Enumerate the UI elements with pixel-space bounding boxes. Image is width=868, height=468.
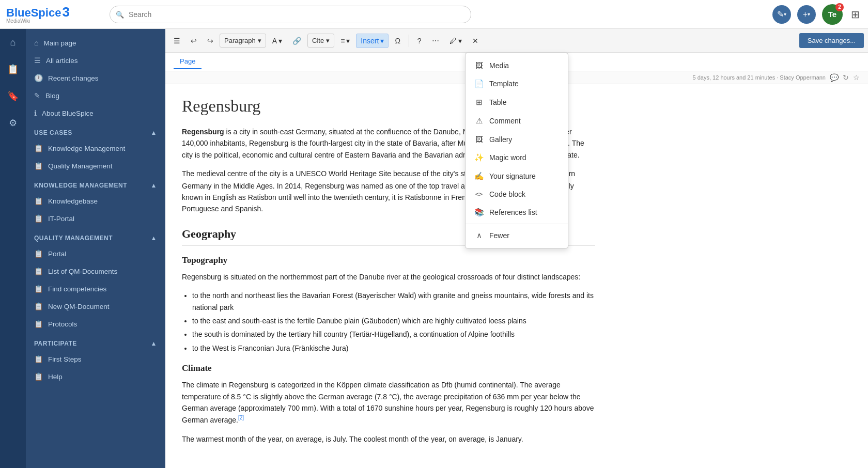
sidebar-item-help[interactable]: 📋 Help: [26, 368, 165, 385]
sidebar-item-label-km: Knowledge Management: [48, 145, 125, 152]
insert-menu-item-template[interactable]: 📄 Template: [466, 74, 568, 93]
sidebar-section-use-cases-label: Use Cases: [34, 129, 72, 136]
sidebar-section-participate[interactable]: Participate ▲: [26, 333, 165, 350]
highlight-btn[interactable]: 🖊 ▾: [445, 34, 466, 48]
add-btn[interactable]: + ▾: [797, 5, 816, 24]
insert-menu-item-references[interactable]: 📚 References list: [466, 203, 568, 222]
save-button[interactable]: Save changes...: [799, 33, 864, 48]
sidebar-section-use-cases[interactable]: Use Cases ▲: [26, 122, 165, 139]
home-icon: ⌂: [34, 39, 38, 47]
sidebar-item-it-portal[interactable]: 📋 IT-Portal: [26, 210, 165, 227]
tab-page[interactable]: Page: [174, 54, 202, 69]
sidebar-settings-icon[interactable]: ⚙: [6, 114, 20, 132]
insert-menu-label-table: Table: [489, 98, 506, 106]
toolbar-area: ☰ ↩ ↪ Paragraph ▾ A ▾ 🔗: [165, 29, 868, 53]
doc-icon-kb: 📋: [34, 197, 43, 205]
logo: BlueSpice 3 MediaWiki: [6, 5, 99, 24]
chevron-down-icon-2: ▾: [808, 11, 810, 17]
sidebar-section-km[interactable]: Knowledge Management ▲: [26, 175, 165, 192]
insert-menu-label-media: Media: [489, 61, 509, 70]
main-layout: ⌂ 📋 🔖 ⚙ ⌂ Main page ☰ All articles 🕐 Rec…: [0, 29, 868, 468]
sidebar-item-main-page[interactable]: ⌂ Main page: [26, 34, 165, 52]
insert-menu-item-magic-word[interactable]: ✨ Magic word: [466, 148, 568, 167]
sidebar-section-qm-label: Quality Management: [34, 235, 113, 242]
sidebar-item-all-articles[interactable]: ☰ All articles: [26, 52, 165, 69]
sidebar-docs-icon[interactable]: 📋: [4, 60, 22, 78]
edit-icon-btn[interactable]: ✎ ▾: [772, 5, 791, 24]
sidebar-item-new-qm-doc[interactable]: 📋 New QM-Document: [26, 298, 165, 315]
special-char-btn[interactable]: Ω: [391, 34, 404, 48]
sidebar-item-knowledgebase[interactable]: 📋 Knowledgebase: [26, 192, 165, 210]
sidebar-home-icon[interactable]: ⌂: [7, 34, 19, 51]
insert-menu-label-magic-word: Magic word: [489, 153, 526, 162]
doc-icon-it: 📋: [34, 214, 43, 223]
info-icon: ℹ: [34, 109, 37, 117]
sidebar-section-qm[interactable]: Quality Management ▲: [26, 227, 165, 245]
font-icon: A: [272, 37, 277, 45]
insert-dropdown-menu: 🖼 Media 📄 Template ⊞ Table ⚠ Comment 🖼: [465, 53, 568, 248]
cite-dropdown[interactable]: Cite ▾: [307, 34, 334, 48]
insert-dropdown-separator: [466, 224, 568, 224]
user-avatar[interactable]: Te 2: [822, 4, 843, 25]
sidebar-item-portal[interactable]: 📋 Portal: [26, 245, 165, 262]
topography-heading: Topography: [182, 253, 595, 267]
sidebar-item-label-qm-uc: Quality Management: [48, 162, 113, 170]
comment-meta-icon[interactable]: 💬: [830, 73, 839, 82]
star-meta-icon[interactable]: ☆: [853, 73, 860, 82]
doc-icon-new: 📋: [34, 302, 43, 310]
undo-btn[interactable]: ↩: [187, 34, 201, 48]
insert-menu-item-code-block[interactable]: <> Code block: [466, 185, 568, 203]
more-btn[interactable]: ⋯: [428, 34, 443, 48]
doc-icon-km: 📋: [34, 144, 43, 152]
clock-icon: 🕐: [34, 74, 43, 82]
insert-menu-item-table[interactable]: ⊞ Table: [466, 93, 568, 112]
sidebar-item-about[interactable]: ℹ About BlueSpice: [26, 104, 165, 122]
cite-label: Cite: [312, 37, 324, 44]
insert-menu-item-media[interactable]: 🖼 Media: [466, 56, 568, 74]
topography-intro: Regensburg is situated on the northernmo…: [182, 271, 595, 283]
close-btn[interactable]: ✕: [468, 34, 483, 48]
sidebar-item-blog[interactable]: ✎ Blog: [26, 87, 165, 104]
insert-menu-item-comment[interactable]: ⚠ Comment: [466, 112, 568, 130]
insert-menu-item-signature[interactable]: ✍ Your signature: [466, 167, 568, 185]
history-meta-icon[interactable]: ↻: [843, 73, 849, 82]
sidebar-item-quality-management-uc[interactable]: 📋 Quality Management: [26, 157, 165, 175]
table-icon: ⊞: [474, 98, 484, 107]
sidebar-nav: ⌂ Main page ☰ All articles 🕐 Recent chan…: [26, 29, 165, 468]
notification-badge: 2: [835, 3, 844, 11]
topography-list: to the north and northeast lies the Bava…: [182, 290, 595, 354]
paragraph-dropdown[interactable]: Paragraph ▾: [220, 34, 266, 48]
sidebar-item-first-steps[interactable]: 📋 First Steps: [26, 350, 165, 368]
logo-bluespace: BlueSpice: [6, 7, 61, 19]
doc-icon-qm-docs: 📋: [34, 267, 43, 275]
more-icon: ⋯: [432, 37, 439, 45]
sidebar-item-qm-documents[interactable]: 📋 List of QM-Documents: [26, 262, 165, 280]
insert-menu-label-fewer: Fewer: [489, 231, 509, 240]
comment-icon: ⚠: [474, 116, 484, 126]
help-btn[interactable]: ?: [413, 34, 426, 48]
sidebar-icon-strip: ⌂ 📋 🔖 ⚙: [0, 29, 26, 468]
insert-menu-item-gallery[interactable]: 🖼 Gallery: [466, 130, 568, 148]
sidebar-bookmark-icon[interactable]: 🔖: [4, 87, 22, 105]
doc-icon-qm-uc: 📋: [34, 162, 43, 170]
sidebar-item-competencies[interactable]: 📋 Find competencies: [26, 280, 165, 298]
gallery-icon: 🖼: [474, 135, 484, 144]
sidebar: ⌂ Main page ☰ All articles 🕐 Recent chan…: [26, 29, 165, 468]
sidebar-item-label-recent-changes: Recent changes: [48, 74, 99, 82]
insert-menu-item-fewer[interactable]: ∧ Fewer: [466, 226, 568, 245]
grid-menu-btn[interactable]: ⊞: [849, 6, 862, 23]
doc-icon-comp: 📋: [34, 285, 43, 293]
search-input[interactable]: [110, 6, 471, 23]
sidebar-item-knowledge-management[interactable]: 📋 Knowledge Management: [26, 139, 165, 157]
insert-btn[interactable]: Insert ▾: [356, 34, 389, 48]
link-btn[interactable]: 🔗: [288, 34, 305, 48]
content-area: ☰ ↩ ↪ Paragraph ▾ A ▾ 🔗: [165, 29, 868, 468]
sidebar-item-recent-changes[interactable]: 🕐 Recent changes: [26, 69, 165, 87]
redo-btn[interactable]: ↪: [203, 34, 218, 48]
sidebar-wrapper: ⌂ 📋 🔖 ⚙ ⌂ Main page ☰ All articles 🕐 Rec…: [0, 29, 165, 468]
font-btn[interactable]: A ▾: [268, 34, 286, 48]
hamburger-btn[interactable]: ☰: [169, 34, 184, 48]
list-btn[interactable]: ≡ ▾: [336, 34, 354, 48]
sidebar-item-protocols[interactable]: 📋 Protocols: [26, 315, 165, 333]
insert-menu-label-template: Template: [489, 80, 519, 88]
